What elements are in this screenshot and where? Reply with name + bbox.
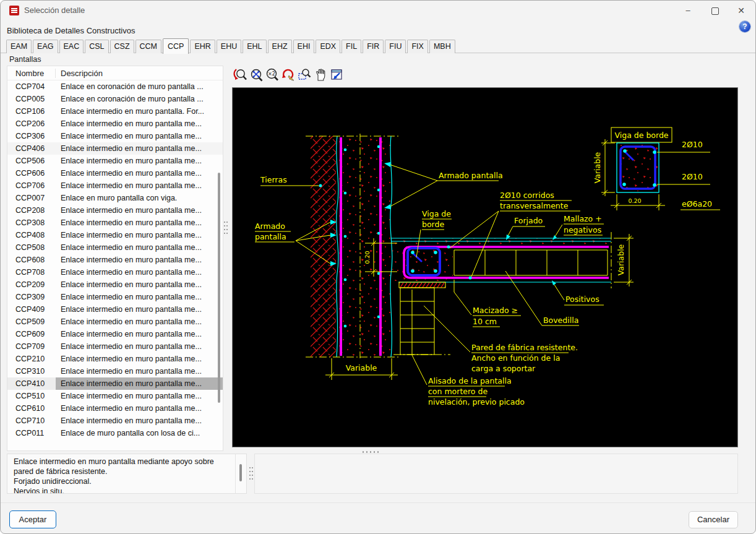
tab-ccp[interactable]: CCP bbox=[163, 38, 189, 54]
row-name-cell[interactable]: CCP106 bbox=[7, 105, 56, 118]
table-row[interactable]: CCP011Enlace de muro pantalla con losa d… bbox=[7, 427, 223, 439]
row-desc-cell[interactable]: Enlace intermedio en muro pantalla. For.… bbox=[56, 105, 223, 118]
tab-eag[interactable]: EAG bbox=[33, 40, 58, 53]
table-row[interactable]: CCP510Enlace intermedio en muro pantalla… bbox=[7, 390, 223, 402]
row-desc-cell[interactable]: Enlace intermedio en muro pantalla me... bbox=[56, 316, 223, 328]
table-row[interactable]: CCP408Enlace intermedio en muro pantalla… bbox=[7, 229, 223, 241]
tab-fil[interactable]: FIL bbox=[341, 40, 361, 53]
row-desc-cell[interactable]: Enlace intermedio en muro pantalla me... bbox=[56, 415, 223, 427]
row-name-cell[interactable]: CCP610 bbox=[7, 402, 56, 415]
row-desc-cell[interactable]: Enlace intermedio en muro pantalla me... bbox=[56, 402, 223, 415]
row-desc-cell[interactable]: Enlace intermedio en muro pantalla me... bbox=[56, 278, 223, 291]
row-desc-cell[interactable]: Enlace intermedio en muro pantalla me... bbox=[56, 217, 223, 229]
zoom-scale-button[interactable]: ×2 bbox=[264, 67, 280, 83]
table-row[interactable]: CCP609Enlace intermedio en muro pantalla… bbox=[7, 328, 223, 340]
cancel-button[interactable]: Cancelar bbox=[689, 511, 738, 528]
row-name-cell[interactable]: CCP310 bbox=[7, 365, 56, 377]
table-row[interactable]: CCP406Enlace intermedio en muro pantalla… bbox=[7, 142, 223, 155]
row-desc-cell[interactable]: Enlace intermedio en muro pantalla me... bbox=[56, 118, 223, 130]
row-desc-cell[interactable]: Enlace intermedio en muro pantalla me... bbox=[56, 365, 223, 377]
tab-fiu[interactable]: FIU bbox=[385, 40, 406, 53]
tab-ccm[interactable]: CCM bbox=[135, 40, 161, 53]
drawing-canvas[interactable]: 0.20 Variable Variable Tierras bbox=[232, 87, 738, 447]
help-icon[interactable]: ? bbox=[739, 21, 750, 32]
pan-button[interactable] bbox=[312, 67, 328, 83]
row-desc-cell[interactable]: Enlace intermedio en muro pantalla me... bbox=[56, 229, 223, 241]
row-desc-cell[interactable]: Enlace intermedio en muro pantalla me... bbox=[56, 167, 223, 179]
table-row[interactable]: CCP708Enlace intermedio en muro pantalla… bbox=[7, 266, 223, 278]
row-desc-cell[interactable]: Enlace intermedio en muro pantalla me... bbox=[56, 130, 223, 142]
row-name-cell[interactable]: CCP209 bbox=[7, 278, 56, 291]
row-desc-cell[interactable]: Enlace intermedio en muro pantalla me... bbox=[56, 328, 223, 340]
tab-csl[interactable]: CSL bbox=[85, 40, 108, 53]
row-desc-cell[interactable]: Enlace intermedio en muro pantalla me... bbox=[56, 254, 223, 266]
list-scrollbar[interactable] bbox=[218, 173, 220, 403]
row-name-cell[interactable]: CCP510 bbox=[7, 390, 56, 402]
row-name-cell[interactable]: CCP409 bbox=[7, 303, 56, 316]
row-name-cell[interactable]: CCP710 bbox=[7, 415, 56, 427]
minimize-button[interactable]: – bbox=[677, 1, 698, 20]
row-name-cell[interactable]: CCP408 bbox=[7, 229, 56, 241]
zoom-window-button[interactable] bbox=[296, 67, 312, 83]
tab-eac[interactable]: EAC bbox=[59, 40, 84, 53]
row-desc-cell[interactable]: Enlace intermedio en muro pantalla me... bbox=[56, 390, 223, 402]
row-name-cell[interactable]: CCP306 bbox=[7, 130, 56, 142]
table-row[interactable]: CCP306Enlace intermedio en muro pantalla… bbox=[7, 130, 223, 142]
row-name-cell[interactable]: CCP210 bbox=[7, 353, 56, 365]
tab-ehi[interactable]: EHI bbox=[293, 40, 315, 53]
table-row[interactable]: CCP005Enlace en coronación de muro panta… bbox=[7, 93, 223, 105]
accept-button[interactable]: Aceptar bbox=[9, 510, 56, 528]
table-row[interactable]: CCP506Enlace intermedio en muro pantalla… bbox=[7, 155, 223, 167]
table-row[interactable]: CCP210Enlace intermedio en muro pantalla… bbox=[7, 353, 223, 365]
redraw-button[interactable] bbox=[280, 67, 296, 83]
row-desc-cell[interactable]: Enlace en coronación de muro pantalla ..… bbox=[56, 80, 223, 93]
row-name-cell[interactable]: CCP704 bbox=[7, 80, 56, 93]
tab-fix[interactable]: FIX bbox=[407, 40, 427, 53]
row-desc-cell[interactable]: Enlace intermedio en muro pantalla me... bbox=[56, 155, 223, 167]
tab-eam[interactable]: EAM bbox=[6, 40, 32, 53]
row-name-cell[interactable]: CCP208 bbox=[7, 204, 56, 217]
table-row[interactable]: CCP709Enlace intermedio en muro pantalla… bbox=[7, 340, 223, 353]
zoom-extents-button[interactable] bbox=[248, 67, 264, 83]
row-name-cell[interactable]: CCP608 bbox=[7, 254, 56, 266]
row-name-cell[interactable]: CCP506 bbox=[7, 155, 56, 167]
fit-view-button[interactable] bbox=[329, 67, 344, 83]
table-row[interactable]: CCP310Enlace intermedio en muro pantalla… bbox=[7, 365, 223, 377]
tab-ehu[interactable]: EHU bbox=[217, 40, 241, 53]
vertical-splitter[interactable] bbox=[223, 220, 228, 236]
row-name-cell[interactable]: CCP708 bbox=[7, 266, 56, 278]
table-row[interactable]: CCP704Enlace en coronación de muro panta… bbox=[7, 80, 223, 93]
row-name-cell[interactable]: CCP007 bbox=[7, 192, 56, 204]
row-name-cell[interactable]: CCP005 bbox=[7, 93, 56, 105]
row-name-cell[interactable]: CCP308 bbox=[7, 217, 56, 229]
tab-ehl[interactable]: EHL bbox=[243, 40, 266, 53]
column-header-nombre[interactable]: Nombre bbox=[7, 69, 56, 78]
row-name-cell[interactable]: CCP709 bbox=[7, 340, 56, 353]
row-name-cell[interactable]: CCP606 bbox=[7, 167, 56, 179]
description-scrollbar[interactable] bbox=[235, 454, 246, 493]
row-desc-cell[interactable]: Enlace intermedio en muro pantalla me... bbox=[56, 291, 223, 303]
row-name-cell[interactable]: CCP609 bbox=[7, 328, 56, 340]
row-desc-cell[interactable]: Enlace intermedio en muro pantalla me... bbox=[56, 377, 223, 390]
description-scroll-thumb[interactable] bbox=[239, 464, 242, 481]
tab-fir[interactable]: FIR bbox=[363, 40, 384, 53]
row-desc-cell[interactable]: Enlace intermedio en muro pantalla me... bbox=[56, 142, 223, 155]
zoom-previous-button[interactable] bbox=[232, 67, 247, 83]
row-desc-cell[interactable]: Enlace intermedio en muro pantalla me... bbox=[56, 266, 223, 278]
row-name-cell[interactable]: CCP508 bbox=[7, 241, 56, 254]
tab-mbh[interactable]: MBH bbox=[429, 40, 455, 53]
table-row[interactable]: CCP508Enlace intermedio en muro pantalla… bbox=[7, 241, 223, 254]
row-desc-cell[interactable]: Enlace intermedio en muro pantalla me... bbox=[56, 353, 223, 365]
table-row[interactable]: CCP206Enlace intermedio en muro pantalla… bbox=[7, 118, 223, 130]
row-desc-cell[interactable]: Enlace intermedio en muro pantalla me... bbox=[56, 204, 223, 217]
row-desc-cell[interactable]: Enlace intermedio en muro pantalla me... bbox=[56, 241, 223, 254]
table-row[interactable]: CCP410Enlace intermedio en muro pantalla… bbox=[7, 377, 223, 390]
row-name-cell[interactable]: CCP410 bbox=[7, 377, 56, 390]
table-row[interactable]: CCP509Enlace intermedio en muro pantalla… bbox=[7, 316, 223, 328]
row-desc-cell[interactable]: Enlace intermedio en muro pantalla me... bbox=[56, 340, 223, 353]
row-name-cell[interactable]: CCP309 bbox=[7, 291, 56, 303]
table-row[interactable]: CCP409Enlace intermedio en muro pantalla… bbox=[7, 303, 223, 316]
row-name-cell[interactable]: CCP706 bbox=[7, 179, 56, 192]
row-name-cell[interactable]: CCP011 bbox=[7, 427, 56, 439]
table-row[interactable]: CCP007Enlace en muro pantalla con viga. bbox=[7, 192, 223, 204]
